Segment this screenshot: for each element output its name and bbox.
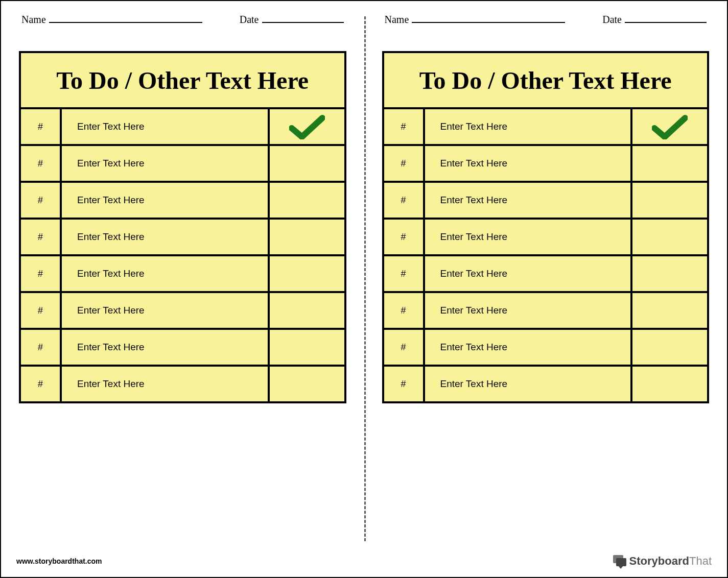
row-number[interactable]: # xyxy=(20,219,61,255)
row-number[interactable]: # xyxy=(20,292,61,329)
page: Name Date To Do / Other Text Here # Ente… xyxy=(1,1,727,577)
row-text[interactable]: Enter Text Here xyxy=(61,366,269,402)
row-check-cell[interactable] xyxy=(269,145,345,182)
name-label: Name xyxy=(21,14,46,26)
date-field-left: Date xyxy=(240,14,344,26)
row-text[interactable]: Enter Text Here xyxy=(424,145,632,182)
row-number[interactable]: # xyxy=(383,182,424,219)
row-check-cell[interactable] xyxy=(269,329,345,366)
name-input-line[interactable] xyxy=(412,14,565,23)
row-check-cell[interactable] xyxy=(631,329,708,366)
checkmark-icon xyxy=(289,114,325,139)
row-number[interactable]: # xyxy=(20,145,61,182)
row-text[interactable]: Enter Text Here xyxy=(424,255,632,292)
date-field-right: Date xyxy=(602,14,707,26)
row-check-cell[interactable] xyxy=(631,182,708,219)
footer-brand: StoryboardThat xyxy=(613,555,712,568)
row-check-cell[interactable] xyxy=(269,366,345,402)
row-number[interactable]: # xyxy=(20,329,61,366)
table-row: # Enter Text Here xyxy=(20,182,345,219)
table-row: # Enter Text Here xyxy=(20,108,345,145)
name-label: Name xyxy=(385,14,409,26)
row-check-cell[interactable] xyxy=(631,145,708,182)
row-text[interactable]: Enter Text Here xyxy=(424,108,632,145)
row-check-cell[interactable] xyxy=(631,108,708,145)
table-row: # Enter Text Here xyxy=(383,366,709,402)
date-input-line[interactable] xyxy=(625,14,707,23)
row-number[interactable]: # xyxy=(383,292,424,329)
table-row: # Enter Text Here xyxy=(383,108,709,145)
name-input-line[interactable] xyxy=(49,14,202,23)
table-row: # Enter Text Here xyxy=(20,329,345,366)
row-text[interactable]: Enter Text Here xyxy=(424,329,632,366)
name-field-left: Name xyxy=(21,14,202,26)
meta-row-left: Name Date xyxy=(19,14,346,26)
row-text[interactable]: Enter Text Here xyxy=(61,108,269,145)
row-text[interactable]: Enter Text Here xyxy=(61,255,269,292)
todo-table-left: To Do / Other Text Here # Enter Text Her… xyxy=(19,51,346,403)
row-check-cell[interactable] xyxy=(269,182,345,219)
row-check-cell[interactable] xyxy=(269,292,345,329)
row-check-cell[interactable] xyxy=(269,219,345,255)
table-row: # Enter Text Here xyxy=(20,145,345,182)
footer: www.storyboardthat.com StoryboardThat xyxy=(16,555,712,568)
row-number[interactable]: # xyxy=(20,108,61,145)
row-number[interactable]: # xyxy=(383,329,424,366)
table-row: # Enter Text Here xyxy=(20,292,345,329)
row-check-cell[interactable] xyxy=(631,219,708,255)
row-number[interactable]: # xyxy=(20,255,61,292)
row-check-cell[interactable] xyxy=(631,366,708,402)
table-row: # Enter Text Here xyxy=(20,255,345,292)
row-text[interactable]: Enter Text Here xyxy=(61,182,269,219)
row-text[interactable]: Enter Text Here xyxy=(61,329,269,366)
left-panel: Name Date To Do / Other Text Here # Ente… xyxy=(1,1,364,546)
row-number[interactable]: # xyxy=(383,145,424,182)
row-number[interactable]: # xyxy=(20,182,61,219)
name-field-right: Name xyxy=(385,14,566,26)
checkmark-icon xyxy=(652,114,688,139)
meta-row-right: Name Date xyxy=(382,14,710,26)
table-row: # Enter Text Here xyxy=(20,219,345,255)
row-text[interactable]: Enter Text Here xyxy=(424,182,632,219)
table-row: # Enter Text Here xyxy=(383,182,709,219)
date-input-line[interactable] xyxy=(262,14,344,23)
table-header-row: To Do / Other Text Here xyxy=(20,52,345,108)
date-label: Date xyxy=(240,14,259,26)
row-number[interactable]: # xyxy=(383,255,424,292)
row-check-cell[interactable] xyxy=(631,292,708,329)
todo-table-right: To Do / Other Text Here # Enter Text Her… xyxy=(382,51,710,403)
brand-text-2: That xyxy=(689,555,712,567)
row-number[interactable]: # xyxy=(383,219,424,255)
table-row: # Enter Text Here xyxy=(383,292,709,329)
row-text[interactable]: Enter Text Here xyxy=(61,219,269,255)
row-number[interactable]: # xyxy=(383,108,424,145)
row-number[interactable]: # xyxy=(383,366,424,402)
row-check-cell[interactable] xyxy=(269,108,345,145)
table-row: # Enter Text Here xyxy=(383,145,709,182)
brand-text-1: Storyboard xyxy=(629,555,689,567)
table-row: # Enter Text Here xyxy=(383,329,709,366)
row-text[interactable]: Enter Text Here xyxy=(424,366,632,402)
row-check-cell[interactable] xyxy=(269,255,345,292)
row-text[interactable]: Enter Text Here xyxy=(61,145,269,182)
speech-bubble-icon xyxy=(613,555,626,567)
row-text[interactable]: Enter Text Here xyxy=(424,219,632,255)
table-header-row: To Do / Other Text Here xyxy=(383,52,709,108)
table-row: # Enter Text Here xyxy=(383,255,709,292)
row-number[interactable]: # xyxy=(20,366,61,402)
table-row: # Enter Text Here xyxy=(20,366,345,402)
row-text[interactable]: Enter Text Here xyxy=(61,292,269,329)
right-panel: Name Date To Do / Other Text Here # Ente… xyxy=(364,1,727,546)
row-text[interactable]: Enter Text Here xyxy=(424,292,632,329)
table-title[interactable]: To Do / Other Text Here xyxy=(20,52,345,108)
footer-url: www.storyboardthat.com xyxy=(16,557,102,565)
date-label: Date xyxy=(602,14,622,26)
row-check-cell[interactable] xyxy=(631,255,708,292)
table-row: # Enter Text Here xyxy=(383,219,709,255)
table-title[interactable]: To Do / Other Text Here xyxy=(383,52,709,108)
